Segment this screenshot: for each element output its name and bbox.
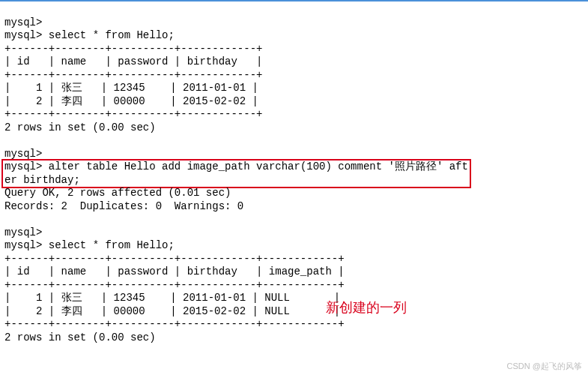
- sql-alter-wrap: er birthday;: [4, 174, 80, 186]
- sql-select-2: select * from Hello;: [49, 239, 175, 251]
- status-records: Records: 2 Duplicates: 0 Warnings: 0: [4, 200, 243, 212]
- prompt: mysql>: [4, 16, 42, 28]
- table-border: +------+--------+----------+------------…: [4, 108, 262, 120]
- table-border: +------+--------+----------+------------…: [4, 69, 262, 81]
- table-row: | 2 | 李四 | 00000 | 2015-02-02 |: [4, 95, 258, 107]
- table-border: +------+--------+----------+------------…: [4, 318, 345, 330]
- sql-select-1: select * from Hello;: [49, 29, 175, 41]
- table-border: +------+--------+----------+------------…: [4, 253, 345, 265]
- prompt: mysql>: [4, 160, 42, 172]
- terminal-output: mysql> mysql> select * from Hello; +----…: [0, 2, 588, 346]
- status-rows: 2 rows in set (0.00 sec): [4, 332, 156, 344]
- table-row: | 1 | 张三 | 12345 | 2011-01-01 |: [4, 82, 258, 94]
- prompt: mysql>: [4, 148, 42, 160]
- prompt: mysql>: [4, 239, 42, 251]
- table-row: | 2 | 李四 | 00000 | 2015-02-02 | NULL |: [4, 305, 340, 317]
- table-border: +------+--------+----------+------------…: [4, 43, 262, 55]
- highlighted-command: mysql> alter table Hello add image_path …: [1, 159, 471, 188]
- watermark: CSDN @起飞的风筝: [507, 361, 582, 372]
- sql-alter: alter table Hello add image_path varchar…: [49, 160, 468, 172]
- table-header: | id | name | password | birthday | imag…: [4, 266, 345, 278]
- table-border: +------+--------+----------+------------…: [4, 279, 345, 291]
- table-header: | id | name | password | birthday |: [4, 56, 262, 68]
- table-row: | 1 | 张三 | 12345 | 2011-01-01 | NULL |: [4, 292, 340, 304]
- annotation-label: 新创建的一列: [326, 298, 407, 316]
- status-query-ok: Query OK, 2 rows affected (0.01 sec): [4, 187, 231, 199]
- prompt: mysql>: [4, 226, 42, 238]
- prompt: mysql>: [4, 29, 42, 41]
- status-rows: 2 rows in set (0.00 sec): [4, 122, 156, 134]
